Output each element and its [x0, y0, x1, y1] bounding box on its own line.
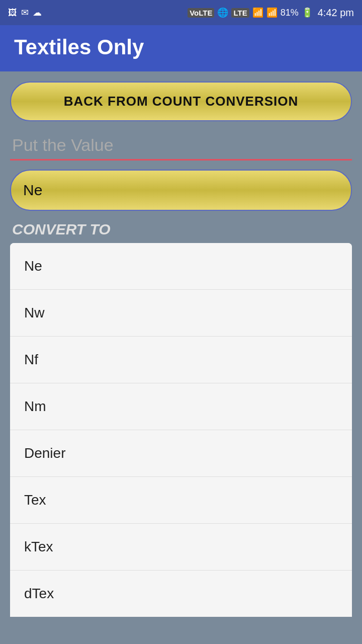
signal-bars-icon: 📶 [252, 7, 263, 18]
lte-icon: LTE [231, 8, 249, 18]
volte-icon: VoLTE [188, 8, 214, 18]
status-time: 4:42 pm [318, 7, 354, 19]
list-item[interactable]: Tex [10, 477, 352, 524]
conversion-list: NeNwNfNmDenierTexkTexdTex [10, 243, 352, 617]
list-item[interactable]: Nf [10, 337, 352, 383]
list-item[interactable]: Ne [10, 243, 352, 290]
main-content: BACK FROM COUNT CONVERSION Ne CONVERT TO… [0, 71, 362, 617]
status-bar: 🖼 ✉ ☁ VoLTE 🌐 LTE 📶 📶 81% 🔋 4:42 pm [0, 0, 362, 25]
back-from-count-conversion-button[interactable]: BACK FROM COUNT CONVERSION [10, 82, 352, 121]
cloud-icon: ☁ [33, 7, 42, 18]
value-input[interactable] [10, 131, 352, 160]
signal-bars-2-icon: 📶 [266, 7, 278, 18]
convert-to-label: CONVERT TO [10, 221, 352, 238]
image-icon: 🖼 [8, 8, 17, 18]
input-wrapper [10, 131, 352, 160]
list-item[interactable]: dTex [10, 571, 352, 617]
app-title: Textiles Only [14, 35, 348, 59]
list-item[interactable]: kTex [10, 524, 352, 571]
list-item[interactable]: Nm [10, 383, 352, 430]
battery-percent: 81% [281, 8, 299, 18]
battery-icon: 🔋 [302, 7, 313, 18]
mail-icon: ✉ [21, 7, 29, 18]
globe-icon: 🌐 [217, 7, 228, 18]
app-header: Textiles Only [0, 25, 362, 71]
list-item[interactable]: Nw [10, 290, 352, 337]
unit-dropdown-button[interactable]: Ne [10, 170, 352, 211]
list-item[interactable]: Denier [10, 430, 352, 477]
